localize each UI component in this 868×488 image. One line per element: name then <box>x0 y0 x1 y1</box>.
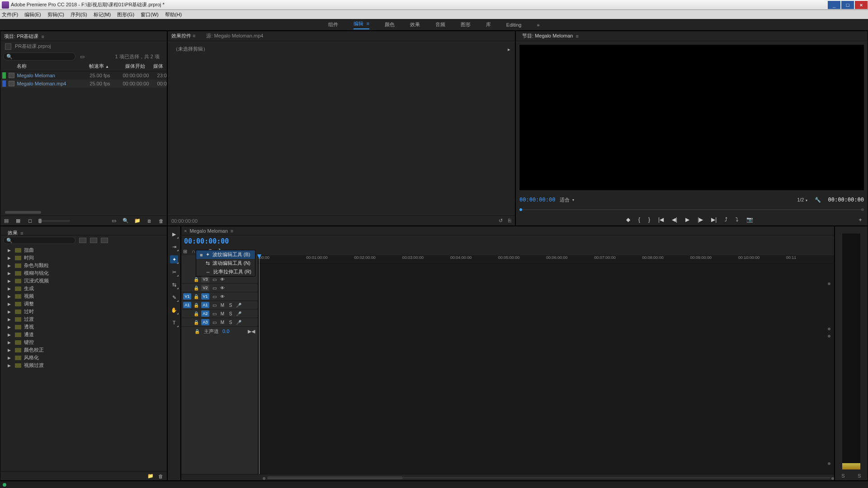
v-zoom-handle[interactable] <box>828 282 830 285</box>
project-search-input[interactable]: 🔍 <box>3 52 75 61</box>
sync-lock-icon[interactable]: ▭ <box>211 294 217 299</box>
effects-folder[interactable]: ▶视频 <box>0 292 167 300</box>
preset-filter-icon[interactable] <box>79 238 86 243</box>
program-monitor[interactable] <box>519 45 864 190</box>
preset-filter-icon[interactable] <box>101 238 108 243</box>
effects-folder[interactable]: ▶通道 <box>0 331 167 338</box>
track-a2[interactable]: 🔒A2▭MS🎤 <box>181 310 258 318</box>
menu-markers[interactable]: 标记(M) <box>94 11 111 18</box>
pen-tool[interactable]: ✎ <box>170 293 178 301</box>
zoom-slider[interactable] <box>38 220 70 222</box>
menu-sequence[interactable]: 序列(S) <box>71 11 87 18</box>
auto-seq-icon[interactable]: ▭ <box>111 218 117 224</box>
eye-icon[interactable]: 👁 <box>219 277 226 282</box>
col-start[interactable]: 媒体开始 <box>109 63 145 70</box>
go-to-in-button[interactable]: |◀ <box>658 216 664 223</box>
asset-row[interactable]: Megalo Meloman 25.00 fps 00:00:00:00 23:… <box>0 71 167 80</box>
selection-tool[interactable]: ▶ <box>170 230 178 238</box>
export-frame-button[interactable]: 📷 <box>746 216 753 223</box>
loop-icon[interactable]: ↺ <box>499 218 503 224</box>
label-swatch[interactable] <box>2 80 6 87</box>
delete-icon[interactable]: 🗑 <box>158 474 163 479</box>
menu-file[interactable]: 文件(F) <box>2 11 18 18</box>
effects-folder[interactable]: ▶时间 <box>0 254 167 262</box>
new-item-icon[interactable]: 🗎 <box>146 218 152 224</box>
ripple-edit-tool[interactable]: ✦ <box>170 255 178 263</box>
track-select-tool[interactable]: ⇥ <box>170 243 178 251</box>
sync-lock-icon[interactable]: ▭ <box>211 311 217 316</box>
scroll-end[interactable] <box>831 477 834 480</box>
sync-lock-icon[interactable]: ▭ <box>211 277 217 282</box>
effects-folder[interactable]: ▶沉浸式视频 <box>0 277 167 285</box>
sync-lock-icon[interactable]: ▭ <box>211 320 217 325</box>
v-zoom-handle[interactable] <box>828 335 830 338</box>
menu-clip[interactable]: 剪辑(C) <box>47 11 64 18</box>
menu-edit[interactable]: 编辑(E) <box>24 11 41 18</box>
panel-menu-icon[interactable]: ≡ <box>20 230 23 236</box>
track-a3[interactable]: 🔒A3▭MS🎤 <box>181 318 258 327</box>
filter-bin-icon[interactable]: ▭ <box>80 54 85 60</box>
lock-icon[interactable]: 🔒 <box>194 329 200 334</box>
snap-icon[interactable]: ⊞ <box>183 249 187 254</box>
fit-dropdown[interactable]: 适合▾ <box>560 197 574 203</box>
ws-audio[interactable]: 音频 <box>435 21 445 28</box>
tab-effect-controls[interactable]: 效果控件 ≡ <box>170 31 196 41</box>
ws-assembly[interactable]: 组件 <box>328 21 338 28</box>
voice-icon[interactable]: 🎤 <box>236 320 242 325</box>
ws-library[interactable]: 库 <box>486 21 491 28</box>
new-bin-icon[interactable]: 📁 <box>134 218 141 224</box>
panel-menu-icon[interactable]: ≡ <box>231 228 233 234</box>
col-fps[interactable]: 帧速率 ▲ <box>82 63 109 70</box>
mark-in-button[interactable]: { <box>638 216 640 223</box>
effects-folder[interactable]: ▶过时 <box>0 308 167 315</box>
find-icon[interactable]: 🔍 <box>123 218 129 224</box>
sync-lock-icon[interactable]: ▭ <box>211 303 217 308</box>
minimize-button[interactable]: _ <box>828 1 840 9</box>
sequence-tab[interactable]: Megalo Meloman <box>189 228 227 234</box>
freeform-view-icon[interactable]: ◻ <box>27 218 33 224</box>
panel-menu-icon[interactable]: ≡ <box>193 33 195 38</box>
slip-tool[interactable]: ⇆ <box>170 281 178 289</box>
solo-right[interactable]: S <box>858 473 861 479</box>
col-name[interactable]: 名称 <box>0 63 82 70</box>
tab-source[interactable]: 源: Megalo Meloman.mp4 <box>205 31 264 41</box>
eye-icon[interactable]: 👁 <box>219 286 226 291</box>
source-patch[interactable]: A1 <box>183 302 191 308</box>
menu-help[interactable]: 帮助(H) <box>165 11 182 18</box>
track-v1[interactable]: V1🔒V1▭👁 <box>181 292 258 301</box>
settings-icon[interactable]: 🔧 <box>815 197 821 203</box>
ws-color[interactable]: 颜色 <box>385 21 395 28</box>
v-zoom-handle[interactable] <box>828 328 830 330</box>
sync-lock-icon[interactable]: ▭ <box>211 286 217 291</box>
program-scrub-bar[interactable] <box>519 206 864 214</box>
list-view-icon[interactable]: ▤ <box>3 218 9 224</box>
step-forward-button[interactable]: |▶ <box>698 216 703 223</box>
rolling-edit-item[interactable]: ■⇆滚动编辑工具 (N) <box>196 259 255 267</box>
play-button[interactable]: ▶ <box>685 216 689 223</box>
close-seq-icon[interactable]: × <box>184 228 187 234</box>
col-end[interactable]: 媒体 <box>145 63 167 70</box>
panel-menu-icon[interactable]: ≡ <box>576 33 579 39</box>
time-ruler[interactable]: :00:0000:01:00:0000:02:00:0000:03:00:000… <box>258 255 834 263</box>
button-editor-button[interactable]: ＋ <box>858 216 863 224</box>
playhead[interactable] <box>259 255 259 474</box>
scroll-thumb[interactable] <box>267 477 403 479</box>
ws-editing-en[interactable]: Editing <box>506 22 522 28</box>
effects-folder[interactable]: ▶模糊与锐化 <box>0 269 167 277</box>
label-swatch[interactable] <box>2 72 6 79</box>
ws-effects[interactable]: 效果 <box>410 21 420 28</box>
extract-button[interactable]: ⤵ <box>736 216 738 223</box>
menu-window[interactable]: 窗口(W) <box>141 11 159 18</box>
go-to-out-button[interactable]: ▶| <box>711 216 717 223</box>
program-timecode-left[interactable]: 00:00:00:00 <box>519 197 555 203</box>
ws-overflow[interactable]: » <box>537 22 539 28</box>
new-bin-icon[interactable]: 📁 <box>147 473 154 479</box>
ripple-edit-item[interactable]: ■✦波纹编辑工具 (B) <box>196 250 255 259</box>
lock-icon[interactable]: 🔒 <box>193 311 199 316</box>
expand-icon[interactable]: ▶◀ <box>248 328 258 334</box>
step-back-button[interactable]: ◀| <box>672 216 677 223</box>
v-zoom-handle[interactable] <box>828 462 830 465</box>
icon-view-icon[interactable]: ▦ <box>15 218 21 224</box>
effects-folder[interactable]: ▶键控 <box>0 338 167 346</box>
disclosure-icon[interactable]: ▸ <box>508 47 510 52</box>
